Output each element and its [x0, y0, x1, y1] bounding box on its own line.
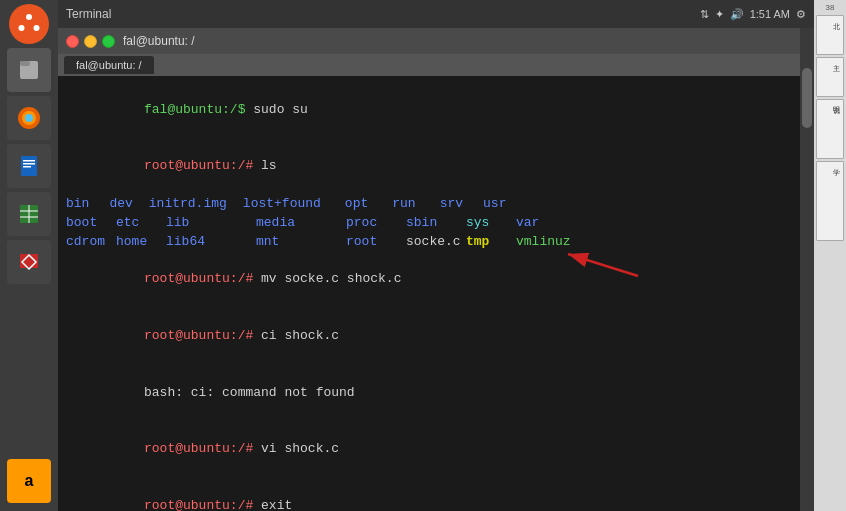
minimize-button[interactable]: [84, 35, 97, 48]
terminal-titlebar: fal@ubuntu: /: [58, 28, 800, 54]
main-area: Terminal ⇅ ✦ 🔊 1:51 AM ⚙ fal@ubuntu: /: [58, 0, 814, 511]
prompt-1: fal@ubuntu:/$: [144, 102, 253, 117]
libreoffice-writer-icon[interactable]: [7, 144, 51, 188]
terminal-content[interactable]: fal@ubuntu:/$ sudo su root@ubuntu:/# ls …: [58, 76, 800, 511]
terminal-scrollbar[interactable]: [800, 28, 814, 511]
root-prompt-1: root@ubuntu:/#: [144, 158, 261, 173]
scrollbar-thumb[interactable]: [802, 68, 812, 128]
ls-row1: bin dev initrd.img lost+found opt run sr…: [66, 195, 792, 214]
maximize-button[interactable]: [102, 35, 115, 48]
impress-icon[interactable]: [7, 240, 51, 284]
svg-point-1: [26, 14, 32, 20]
topbar: Terminal ⇅ ✦ 🔊 1:51 AM ⚙: [58, 0, 814, 28]
amazon-icon[interactable]: a: [7, 459, 51, 503]
terminal-line-ci-err: bash: ci: command not found: [66, 365, 792, 422]
svg-rect-5: [20, 61, 30, 66]
ls-row2: boot etc lib media proc sbin sys var: [66, 214, 792, 233]
ls-row3: cdrom home lib64 mnt root socke.c tmp vm…: [66, 233, 792, 252]
left-sidebar: a: [0, 0, 58, 511]
volume-icon: 🔊: [730, 8, 744, 21]
terminal-line-mv: root@ubuntu:/# mv socke.c shock.c: [66, 252, 792, 309]
terminal-line-exit: root@ubuntu:/# exit: [66, 478, 792, 511]
terminal-line-1: fal@ubuntu:/$ sudo su: [66, 82, 792, 139]
close-button[interactable]: [66, 35, 79, 48]
sort-icon: ⇅: [700, 8, 709, 21]
svg-point-3: [19, 25, 25, 31]
topbar-title: Terminal: [66, 7, 111, 21]
clock: 1:51 AM: [750, 8, 790, 20]
svg-point-2: [34, 25, 40, 31]
terminal-wrapper: fal@ubuntu: / fal@ubuntu: / fal@ubuntu:/…: [58, 28, 814, 511]
svg-rect-11: [23, 163, 35, 165]
rs-item-4[interactable]: 学: [816, 161, 844, 241]
terminal-tabs: fal@ubuntu: /: [58, 54, 800, 76]
window-title: fal@ubuntu: /: [123, 34, 195, 48]
ubuntu-logo[interactable]: [9, 4, 49, 44]
firefox-icon[interactable]: [7, 96, 51, 140]
settings-icon: ⚙: [796, 8, 806, 21]
rs-item-1[interactable]: 北: [816, 15, 844, 55]
terminal-tab[interactable]: fal@ubuntu: /: [64, 56, 154, 74]
topbar-left: Terminal: [66, 7, 111, 21]
terminal-line-ci: root@ubuntu:/# ci shock.c: [66, 308, 792, 365]
terminal-line-2: root@ubuntu:/# ls: [66, 139, 792, 196]
rs-item-2[interactable]: 主: [816, 57, 844, 97]
terminal-window: fal@ubuntu: / fal@ubuntu: / fal@ubuntu:/…: [58, 28, 800, 511]
files-icon[interactable]: [7, 48, 51, 92]
terminal-line-vi: root@ubuntu:/# vi shock.c: [66, 421, 792, 478]
svg-rect-10: [23, 160, 35, 162]
spreadsheet-icon[interactable]: [7, 192, 51, 236]
right-sidebar: 38 北 主 说明 学: [814, 0, 846, 511]
rs-item-3[interactable]: 说明: [816, 99, 844, 159]
bluetooth-icon: ✦: [715, 8, 724, 21]
rs-header: 38: [816, 2, 844, 13]
topbar-icons: ⇅ ✦ 🔊 1:51 AM ⚙: [700, 8, 806, 21]
window-buttons: [66, 35, 115, 48]
svg-rect-12: [23, 166, 31, 168]
svg-point-8: [25, 114, 33, 122]
